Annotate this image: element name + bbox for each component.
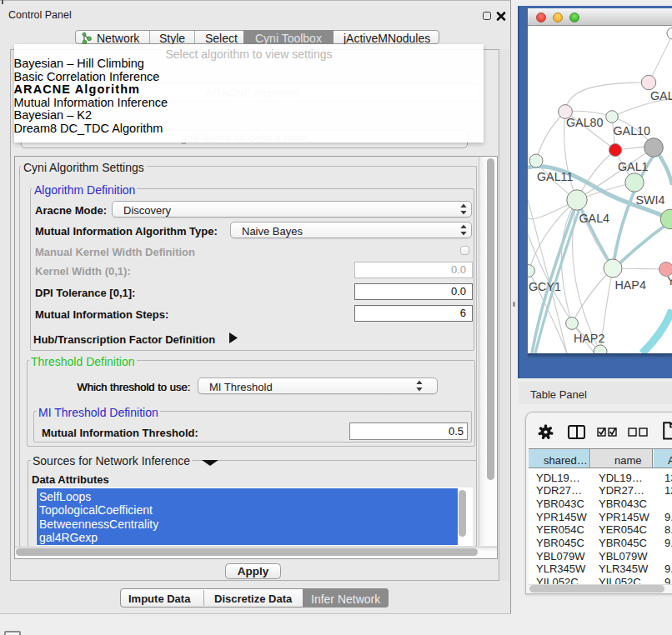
svg-text:GAL8: GAL8 [650,89,672,102]
svg-text:HAP4: HAP4 [615,278,646,292]
svg-text:SWI4: SWI4 [636,193,665,207]
svg-text:Y: Y [667,274,672,288]
svg-text:HAP2: HAP2 [574,332,604,345]
svg-text:GAL4: GAL4 [579,212,610,225]
svg-text:GCY1: GCY1 [529,280,561,293]
svg-text:GAL80: GAL80 [566,116,604,129]
svg-text:GAL1: GAL1 [618,160,649,173]
svg-text:GAL10: GAL10 [614,124,651,138]
svg-text:GAL11: GAL11 [537,170,573,183]
